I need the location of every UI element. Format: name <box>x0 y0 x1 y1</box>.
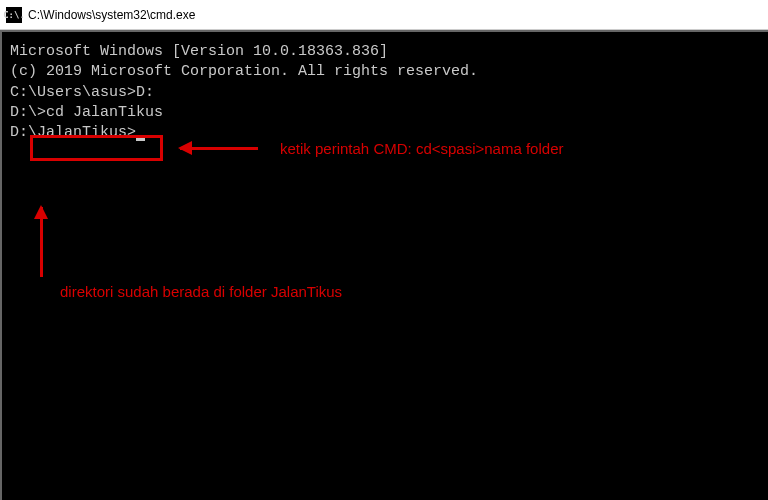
window-title: C:\Windows\system32\cmd.exe <box>28 8 195 22</box>
prompt-line-3: D:\JalanTikus> <box>10 123 760 143</box>
copyright-line: (c) 2019 Microsoft Corporation. All righ… <box>10 62 760 82</box>
arrow-up-icon <box>40 207 43 277</box>
cmd-icon: C:\. <box>6 7 22 23</box>
arrow-left-icon <box>180 147 258 150</box>
prompt-3: D:\JalanTikus> <box>10 124 136 141</box>
prompt-line-1: C:\Users\asus>D: <box>10 83 760 103</box>
terminal-area[interactable]: Microsoft Windows [Version 10.0.18363.83… <box>0 30 768 500</box>
prompt-1: C:\Users\asus> <box>10 84 136 101</box>
cursor <box>136 138 145 141</box>
prompt-line-2: D:\>cd JalanTikus <box>10 103 760 123</box>
version-line: Microsoft Windows [Version 10.0.18363.83… <box>10 42 760 62</box>
prompt-2: D:\> <box>10 104 46 121</box>
command-1: D: <box>136 84 154 101</box>
cmd-icon-text: C:\. <box>3 10 25 20</box>
titlebar[interactable]: C:\. C:\Windows\system32\cmd.exe <box>0 0 768 30</box>
annotation-bottom: direktori sudah berada di folder JalanTi… <box>60 282 342 302</box>
command-2: cd JalanTikus <box>46 104 163 121</box>
